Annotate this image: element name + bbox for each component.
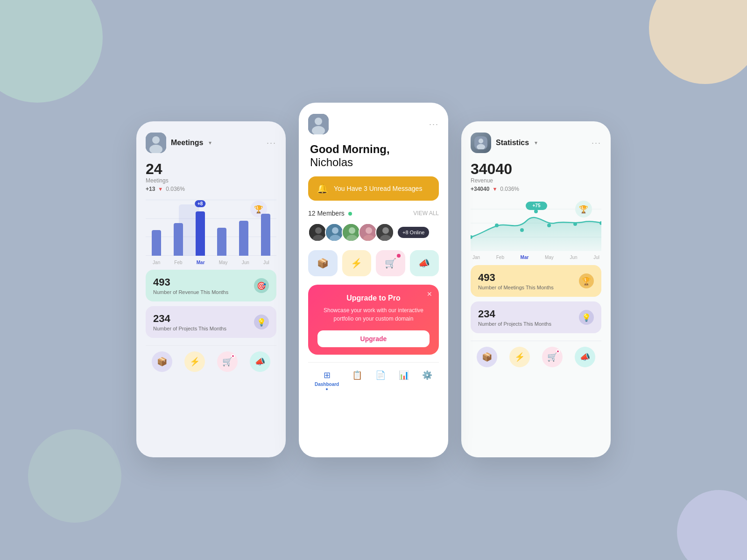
megaphone-action-btn[interactable]: 📣 (410, 250, 439, 276)
avatar (146, 133, 166, 153)
greeting-line1: Good Morning, (310, 143, 437, 156)
grid-line (146, 200, 276, 200)
tab-cart-icon[interactable]: 🛒 (542, 347, 563, 367)
tab-cart-icon[interactable]: 🛒 (217, 351, 238, 372)
cart-notification-dot (397, 254, 401, 258)
month-may: May (545, 255, 554, 260)
action-buttons-row: 📦 ⚡ 🛒 📣 (308, 250, 439, 276)
svg-point-30 (534, 210, 538, 213)
more-menu-icon[interactable]: ··· (267, 138, 276, 148)
tab-lightning-icon[interactable]: ⚡ (184, 351, 205, 372)
avatar-image (146, 133, 166, 153)
svg-point-1 (152, 136, 160, 144)
members-row: 12 Members VIEW ALL (308, 209, 439, 217)
arrow-down-icon: ▼ (158, 186, 163, 192)
stats-nav-icon: 📊 (399, 370, 409, 380)
calendar-nav-icon: 📋 (352, 370, 362, 380)
lightning-action-btn[interactable]: ⚡ (342, 250, 372, 276)
stats-change-row: +13 ▼ 0.036% (146, 186, 276, 192)
nav-stats[interactable]: 📊 (395, 368, 413, 392)
svg-point-32 (573, 222, 577, 226)
cart-action-btn[interactable]: 🛒 (376, 250, 405, 276)
tab-box-icon[interactable]: 📦 (477, 347, 497, 367)
stat-card-content: 234 Number of Projects This Months (478, 308, 551, 327)
nav-active-indicator (326, 388, 328, 390)
chart-month-labels: Jan Feb Mar May Jun Jul (471, 253, 601, 260)
member-avatar-2 (325, 223, 344, 242)
nav-docs[interactable]: 📄 (372, 368, 389, 392)
meetings-header-left: Meetings ▾ (146, 133, 211, 153)
members-label-group: 12 Members (308, 209, 352, 217)
more-menu-icon[interactable]: ··· (429, 119, 439, 129)
statistics-card: Statistics ▾ ··· 34040 Revenue +34040 ▼ … (461, 121, 611, 457)
month-label-jun: Jun (242, 260, 249, 265)
month-jun: Jun (570, 255, 577, 260)
more-menu-icon[interactable]: ··· (592, 138, 601, 148)
box-action-btn[interactable]: 📦 (308, 250, 338, 276)
bar-mar: +8 (196, 211, 205, 256)
bar-feb (174, 223, 183, 256)
month-label-feb: Feb (174, 260, 182, 265)
meetings-number: 493 (478, 272, 554, 284)
projects-icon: 💡 (579, 310, 594, 325)
bar-jul (261, 214, 270, 256)
stats-percent: 0.036% (500, 186, 519, 192)
bar-element (217, 228, 226, 256)
projects-stat-label: Number of Projects This Months (478, 321, 551, 327)
bottom-tabs-left: 📦 ⚡ 🛒 📣 (146, 345, 276, 372)
stat-card-content: 234 Number of Projects This Months (153, 313, 226, 331)
month-mar: Mar (521, 255, 529, 260)
chart-labels: Jan Feb Mar May Jun Jul (146, 258, 276, 265)
docs-nav-icon: 📄 (375, 370, 386, 380)
bar-tooltip: +8 (195, 200, 205, 207)
dashboard-header: ··· (308, 114, 439, 134)
chevron-down-icon: ▾ (209, 140, 211, 146)
meetings-title: Meetings (171, 139, 203, 147)
tab-megaphone-icon[interactable]: 📣 (250, 351, 270, 372)
bar-element (239, 221, 248, 256)
upgrade-button[interactable]: Upgrade (317, 330, 430, 347)
close-icon[interactable]: ✕ (427, 290, 432, 298)
member-avatars: +8 Online (308, 223, 439, 242)
upgrade-desc: Showcase your work with our interactive … (317, 306, 430, 323)
stats-change: +34040 (471, 186, 489, 192)
month-label-jan: Jan (153, 260, 160, 265)
bar-jun (239, 221, 248, 256)
view-all-link[interactable]: VIEW ALL (413, 210, 439, 217)
svg-point-4 (315, 118, 322, 125)
stats-change: +13 (146, 186, 155, 192)
bg-decoration-br (677, 490, 747, 560)
members-label: 12 Members (308, 210, 345, 217)
month-label-mar: Mar (197, 260, 205, 265)
projects-stat-card: 234 Number of Projects This Months 💡 (146, 306, 276, 338)
stat-card-content: 493 Number of Meetings This Months (478, 272, 554, 290)
stats-label: Meetings (146, 177, 276, 184)
month-jan: Jan (472, 255, 480, 260)
tab-box-icon[interactable]: 📦 (152, 351, 172, 372)
message-banner[interactable]: 🔔 You Have 3 Unread Messages (308, 176, 439, 201)
arrow-down-icon: ▼ (492, 186, 497, 192)
tab-lightning-icon[interactable]: ⚡ (509, 347, 530, 367)
svg-point-13 (349, 227, 355, 234)
nav-dashboard[interactable]: ⊞ Dashboard (311, 368, 343, 392)
statistics-stats: 34040 Revenue +34040 ▼ 0.036% 🏆 (471, 161, 601, 192)
svg-point-28 (495, 224, 499, 227)
projects-label: Number of Projects This Months (153, 326, 226, 331)
projects-number: 234 (478, 308, 551, 320)
avatar-image (308, 114, 329, 134)
nav-calendar[interactable]: 📋 (348, 368, 366, 392)
member-avatar-1 (308, 223, 327, 242)
upgrade-card: ✕ Upgrade to Pro Showcase your work with… (308, 285, 439, 355)
online-badge: +8 Online (398, 227, 429, 238)
greeting: Good Morning, Nicholas (308, 143, 439, 169)
bell-icon: 🔔 (317, 183, 328, 194)
stats-number: 24 (146, 161, 276, 176)
bar-element (152, 230, 161, 256)
statistics-title: Statistics (496, 139, 529, 147)
line-chart: +75 Jan Feb Mar May Jun Jul (471, 200, 601, 260)
tab-megaphone-icon[interactable]: 📣 (575, 347, 595, 367)
bar-chart: +8 Jan Feb Mar May Jun J (146, 200, 276, 265)
svg-text:+75: +75 (533, 203, 541, 208)
nav-settings[interactable]: ⚙️ (418, 368, 436, 392)
member-avatar-5 (375, 223, 394, 242)
